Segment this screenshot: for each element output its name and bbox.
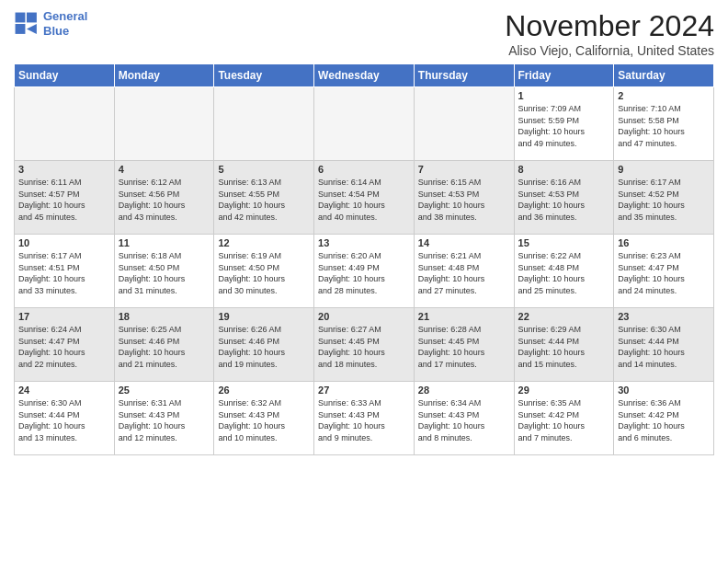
calendar-table: SundayMondayTuesdayWednesdayThursdayFrid…: [14, 63, 714, 455]
weekday-header-row: SundayMondayTuesdayWednesdayThursdayFrid…: [15, 64, 714, 87]
day-cell-15: 15Sunrise: 6:22 AM Sunset: 4:48 PM Dayli…: [514, 235, 614, 308]
day-number: 14: [418, 237, 510, 248]
svg-rect-0: [16, 12, 26, 22]
day-number: 18: [119, 311, 210, 322]
day-info: Sunrise: 6:27 AM Sunset: 4:45 PM Dayligh…: [318, 324, 410, 370]
day-number: 9: [618, 164, 710, 175]
day-cell-empty: [114, 87, 214, 161]
day-number: 3: [18, 164, 110, 175]
day-info: Sunrise: 6:17 AM Sunset: 4:51 PM Dayligh…: [18, 250, 110, 296]
weekday-header-tuesday: Tuesday: [214, 64, 314, 87]
day-number: 26: [218, 385, 310, 396]
month-title: November 2024: [505, 9, 714, 43]
day-info: Sunrise: 7:10 AM Sunset: 5:58 PM Dayligh…: [618, 103, 710, 149]
weekday-header-saturday: Saturday: [614, 64, 714, 87]
day-info: Sunrise: 6:34 AM Sunset: 4:43 PM Dayligh…: [418, 397, 510, 443]
svg-rect-1: [27, 12, 37, 22]
logo-text: General Blue: [43, 9, 87, 38]
weekday-header-sunday: Sunday: [15, 64, 115, 87]
day-cell-9: 9Sunrise: 6:17 AM Sunset: 4:52 PM Daylig…: [614, 161, 714, 235]
day-number: 6: [318, 164, 410, 175]
title-area: November 2024 Aliso Viejo, California, U…: [505, 9, 714, 58]
day-number: 12: [218, 237, 310, 248]
day-info: Sunrise: 6:28 AM Sunset: 4:45 PM Dayligh…: [418, 324, 510, 370]
day-info: Sunrise: 6:35 AM Sunset: 4:42 PM Dayligh…: [518, 397, 610, 443]
day-info: Sunrise: 6:11 AM Sunset: 4:57 PM Dayligh…: [18, 177, 110, 223]
day-cell-29: 29Sunrise: 6:35 AM Sunset: 4:42 PM Dayli…: [514, 382, 614, 455]
day-number: 23: [618, 311, 710, 322]
week-row-4: 24Sunrise: 6:30 AM Sunset: 4:44 PM Dayli…: [15, 382, 714, 455]
day-number: 2: [618, 90, 710, 101]
day-number: 4: [119, 164, 210, 175]
day-cell-11: 11Sunrise: 6:18 AM Sunset: 4:50 PM Dayli…: [114, 235, 214, 308]
week-row-2: 10Sunrise: 6:17 AM Sunset: 4:51 PM Dayli…: [15, 235, 714, 308]
day-number: 1: [518, 90, 610, 101]
day-info: Sunrise: 6:30 AM Sunset: 4:44 PM Dayligh…: [618, 324, 710, 370]
day-info: Sunrise: 7:09 AM Sunset: 5:59 PM Dayligh…: [518, 103, 610, 149]
day-number: 15: [518, 237, 610, 248]
day-number: 25: [119, 385, 210, 396]
page-container: General Blue November 2024 Aliso Viejo, …: [0, 0, 728, 563]
day-info: Sunrise: 6:20 AM Sunset: 4:49 PM Dayligh…: [318, 250, 410, 296]
day-info: Sunrise: 6:16 AM Sunset: 4:53 PM Dayligh…: [518, 177, 610, 223]
weekday-header-wednesday: Wednesday: [314, 64, 415, 87]
logo: General Blue: [14, 9, 87, 38]
day-info: Sunrise: 6:15 AM Sunset: 4:53 PM Dayligh…: [418, 177, 510, 223]
day-cell-30: 30Sunrise: 6:36 AM Sunset: 4:42 PM Dayli…: [614, 382, 714, 455]
day-info: Sunrise: 6:12 AM Sunset: 4:56 PM Dayligh…: [119, 177, 210, 223]
day-info: Sunrise: 6:29 AM Sunset: 4:44 PM Dayligh…: [518, 324, 610, 370]
day-cell-17: 17Sunrise: 6:24 AM Sunset: 4:47 PM Dayli…: [15, 308, 115, 382]
day-cell-5: 5Sunrise: 6:13 AM Sunset: 4:55 PM Daylig…: [214, 161, 314, 235]
day-cell-empty: [214, 87, 314, 161]
day-number: 22: [518, 311, 610, 322]
day-cell-1: 1Sunrise: 7:09 AM Sunset: 5:59 PM Daylig…: [514, 87, 614, 161]
day-cell-13: 13Sunrise: 6:20 AM Sunset: 4:49 PM Dayli…: [314, 235, 415, 308]
weekday-header-friday: Friday: [514, 64, 614, 87]
day-number: 13: [318, 237, 410, 248]
day-info: Sunrise: 6:19 AM Sunset: 4:50 PM Dayligh…: [218, 250, 310, 296]
location-title: Aliso Viejo, California, United States: [505, 43, 714, 58]
day-info: Sunrise: 6:26 AM Sunset: 4:46 PM Dayligh…: [218, 324, 310, 370]
day-cell-12: 12Sunrise: 6:19 AM Sunset: 4:50 PM Dayli…: [214, 235, 314, 308]
day-info: Sunrise: 6:13 AM Sunset: 4:55 PM Dayligh…: [218, 177, 310, 223]
day-number: 21: [418, 311, 510, 322]
day-cell-22: 22Sunrise: 6:29 AM Sunset: 4:44 PM Dayli…: [514, 308, 614, 382]
day-number: 7: [418, 164, 510, 175]
day-info: Sunrise: 6:21 AM Sunset: 4:48 PM Dayligh…: [418, 250, 510, 296]
day-cell-2: 2Sunrise: 7:10 AM Sunset: 5:58 PM Daylig…: [614, 87, 714, 161]
day-cell-4: 4Sunrise: 6:12 AM Sunset: 4:56 PM Daylig…: [114, 161, 214, 235]
day-info: Sunrise: 6:32 AM Sunset: 4:43 PM Dayligh…: [218, 397, 310, 443]
day-cell-24: 24Sunrise: 6:30 AM Sunset: 4:44 PM Dayli…: [15, 382, 115, 455]
day-number: 30: [618, 385, 710, 396]
day-cell-28: 28Sunrise: 6:34 AM Sunset: 4:43 PM Dayli…: [414, 382, 514, 455]
day-cell-16: 16Sunrise: 6:23 AM Sunset: 4:47 PM Dayli…: [614, 235, 714, 308]
day-cell-19: 19Sunrise: 6:26 AM Sunset: 4:46 PM Dayli…: [214, 308, 314, 382]
day-number: 24: [18, 385, 110, 396]
day-info: Sunrise: 6:24 AM Sunset: 4:47 PM Dayligh…: [18, 324, 110, 370]
day-number: 29: [518, 385, 610, 396]
svg-marker-3: [27, 24, 37, 34]
day-cell-21: 21Sunrise: 6:28 AM Sunset: 4:45 PM Dayli…: [414, 308, 514, 382]
week-row-0: 1Sunrise: 7:09 AM Sunset: 5:59 PM Daylig…: [15, 87, 714, 161]
week-row-1: 3Sunrise: 6:11 AM Sunset: 4:57 PM Daylig…: [15, 161, 714, 235]
day-info: Sunrise: 6:18 AM Sunset: 4:50 PM Dayligh…: [119, 250, 210, 296]
weekday-header-monday: Monday: [114, 64, 214, 87]
day-cell-8: 8Sunrise: 6:16 AM Sunset: 4:53 PM Daylig…: [514, 161, 614, 235]
day-cell-14: 14Sunrise: 6:21 AM Sunset: 4:48 PM Dayli…: [414, 235, 514, 308]
day-info: Sunrise: 6:22 AM Sunset: 4:48 PM Dayligh…: [518, 250, 610, 296]
day-cell-empty: [15, 87, 115, 161]
day-number: 5: [218, 164, 310, 175]
day-cell-18: 18Sunrise: 6:25 AM Sunset: 4:46 PM Dayli…: [114, 308, 214, 382]
day-number: 10: [18, 237, 110, 248]
day-cell-10: 10Sunrise: 6:17 AM Sunset: 4:51 PM Dayli…: [15, 235, 115, 308]
day-cell-27: 27Sunrise: 6:33 AM Sunset: 4:43 PM Dayli…: [314, 382, 415, 455]
day-cell-empty: [314, 87, 415, 161]
day-number: 20: [318, 311, 410, 322]
svg-rect-2: [16, 24, 26, 34]
weekday-header-thursday: Thursday: [414, 64, 514, 87]
day-number: 8: [518, 164, 610, 175]
header: General Blue November 2024 Aliso Viejo, …: [14, 9, 714, 58]
day-number: 11: [119, 237, 210, 248]
day-number: 16: [618, 237, 710, 248]
day-info: Sunrise: 6:14 AM Sunset: 4:54 PM Dayligh…: [318, 177, 410, 223]
